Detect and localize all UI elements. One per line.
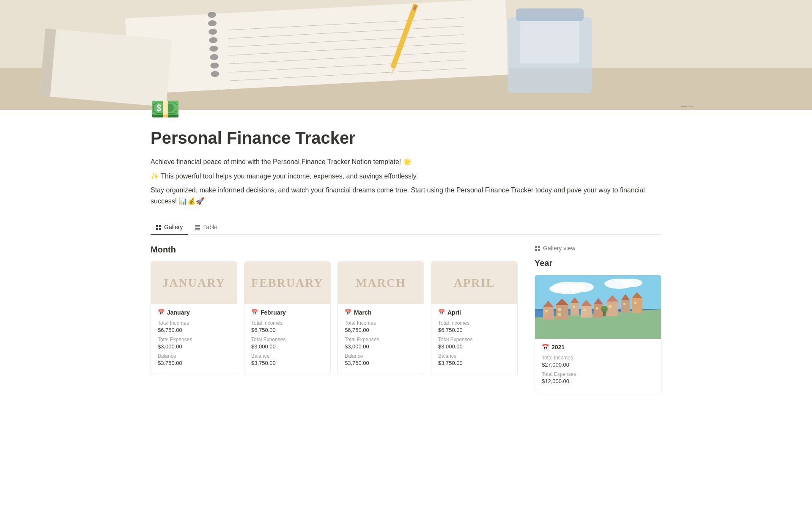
svg-rect-49 [543,307,554,320]
card-cover-february: FEBRUARY [244,262,330,304]
year-total-incomes-label: Total Incomes [542,355,654,361]
svg-rect-32 [195,226,200,227]
card-title-january: 📅 January [158,309,230,316]
card-body-january: 📅 January Total Incomes $6,750.00 Total … [151,304,237,375]
svg-rect-28 [159,225,161,227]
total-expenses-label-april: Total Expenses [438,337,510,343]
svg-rect-33 [195,228,200,229]
svg-rect-31 [195,225,200,226]
svg-rect-69 [583,309,586,311]
svg-rect-75 [603,312,606,316]
month-card-january[interactable]: JANUARY 📅 January Total Incomes $6,750.0… [151,261,237,375]
card-body-march: 📅 March Total Incomes $6,750.00 Total Ex… [338,304,424,375]
page-description-1: Achieve financial peace of mind with the… [151,156,661,167]
card-cover-text-january: JANUARY [162,276,225,290]
balance-value-march: $3,750.00 [345,360,417,366]
sidebar-view-label: Gallery view [543,245,575,252]
page-description-3: Stay organized, make informed decisions,… [151,185,661,206]
month-gallery-grid: JANUARY 📅 January Total Incomes $6,750.0… [151,261,518,375]
balance-value-april: $3,750.00 [438,360,510,366]
table-tab-icon [195,223,200,230]
svg-point-42 [549,285,571,293]
month-card-april[interactable]: APRIL 📅 April Total Incomes $6,750.00 To… [431,261,518,375]
card-cover-text-march: MARCH [356,276,406,290]
month-section-header: Month [151,245,518,255]
card-cover-april: APRIL [431,262,517,304]
year-total-expenses-value: $12,000.00 [542,378,654,384]
total-incomes-label-february: Total Incomes [251,320,324,326]
card-month-name-january: January [167,309,190,316]
svg-rect-29 [156,228,158,230]
total-expenses-value-march: $3,000.00 [345,343,417,350]
total-expenses-label-march: Total Expenses [345,337,417,343]
balance-label-april: Balance [438,353,510,359]
total-expenses-label-february: Total Expenses [251,337,324,343]
total-expenses-label-january: Total Expenses [158,337,230,343]
tabs-container: Gallery Table [151,220,661,234]
year-calendar-icon: 📅 [542,344,549,351]
svg-rect-38 [538,249,540,251]
card-title-february: 📅 February [251,309,324,316]
svg-rect-66 [558,308,561,311]
tab-gallery-label: Gallery [164,224,183,230]
svg-rect-71 [609,305,612,308]
year-card[interactable]: 📅 2021 Total Incomes $27,000.00 Total Ex… [535,275,661,393]
card-cover-march: MARCH [338,262,424,304]
svg-rect-63 [632,298,642,313]
svg-rect-65 [545,310,548,312]
total-incomes-value-march: $6,750.00 [345,327,417,333]
card-title-march: 📅 March [345,309,417,316]
tab-gallery[interactable]: Gallery [151,220,188,234]
total-incomes-label-april: Total Incomes [438,320,510,326]
page-title: Personal Finance Tracker [151,128,661,148]
month-card-february[interactable]: FEBRUARY 📅 February Total Incomes $6,750… [244,261,331,375]
svg-rect-35 [535,246,537,248]
svg-rect-67 [558,313,561,316]
minimize-icon: — [686,101,694,110]
svg-rect-61 [621,300,630,312]
svg-rect-51 [556,305,568,320]
year-total-expenses-label: Total Expenses [542,371,654,377]
svg-rect-34 [195,229,200,230]
card-month-name-february: February [261,309,286,316]
main-layout: Month JANUARY 📅 January Total Incomes $6… [151,245,661,393]
card-body-april: 📅 April Total Incomes $6,750.00 Total Ex… [431,304,517,375]
svg-rect-72 [623,303,625,305]
total-expenses-value-february: $3,000.00 [251,343,324,350]
year-card-body: 📅 2021 Total Incomes $27,000.00 Total Ex… [535,339,661,393]
tab-table[interactable]: Table [189,220,222,234]
right-sidebar: Gallery view Year [535,245,661,393]
balance-value-february: $3,750.00 [251,360,324,366]
card-month-name-march: March [354,309,371,316]
total-incomes-value-february: $6,750.00 [251,327,324,333]
card-cover-text-april: APRIL [454,276,495,290]
minimize-button[interactable]: — [681,106,689,107]
total-incomes-label-january: Total Incomes [158,320,230,326]
svg-rect-30 [159,228,161,230]
total-expenses-value-april: $3,000.00 [438,343,510,350]
svg-rect-27 [156,225,158,227]
svg-rect-37 [535,249,537,251]
page-description-2: ✨ This powerful tool helps you manage yo… [151,171,661,182]
balance-label-january: Balance [158,353,230,359]
card-body-february: 📅 February Total Incomes $6,750.00 Total… [244,304,330,375]
gallery-tab-icon [156,223,162,230]
svg-point-41 [568,282,594,292]
year-name: 2021 [551,344,565,351]
svg-point-44 [621,279,642,287]
month-card-march[interactable]: MARCH 📅 March Total Incomes $6,750.00 To… [337,261,424,375]
total-incomes-value-april: $6,750.00 [438,327,510,333]
card-calendar-icon-january: 📅 [158,309,165,315]
hero-banner [0,0,812,110]
card-cover-text-february: FEBRUARY [251,276,324,290]
svg-rect-36 [538,246,540,248]
tab-table-label: Table [203,224,217,230]
balance-label-february: Balance [251,353,324,359]
card-title-april: 📅 April [438,309,510,316]
svg-rect-59 [606,301,618,316]
sidebar-gallery-icon [535,245,540,252]
year-total-incomes-value: $27,000.00 [542,362,654,368]
page-icon: 💵 [151,97,661,121]
card-cover-january: JANUARY [151,262,237,304]
year-card-title: 📅 2021 [542,344,654,351]
